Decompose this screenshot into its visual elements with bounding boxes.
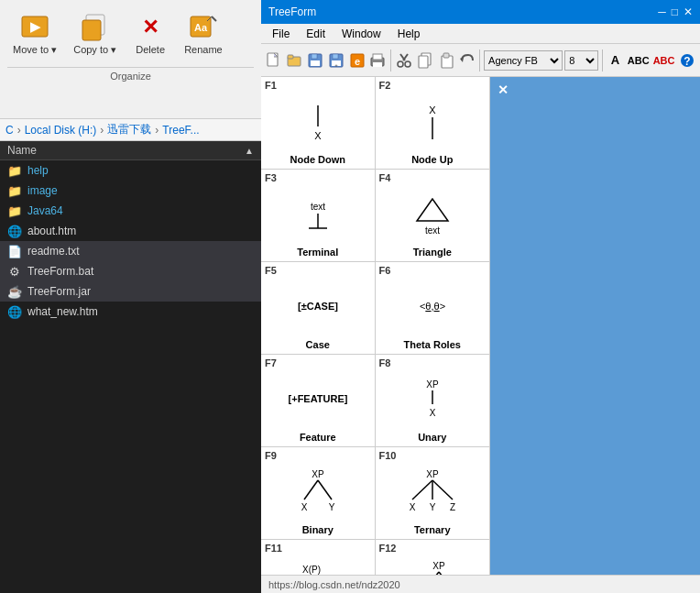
svg-rect-22 (373, 62, 382, 67)
help-button[interactable]: ? (678, 48, 697, 73)
file-item-java64[interactable]: 📁 Java64 (0, 201, 261, 221)
spell-check-button[interactable]: ABC (652, 48, 676, 73)
file-list: 📁 help 📁 image 📁 Java64 🌐 about.htm 📄 re… (0, 160, 261, 593)
sort-icon[interactable]: ▲ (245, 146, 254, 156)
file-item-image[interactable]: 📁 image (0, 181, 261, 201)
right-panel: TreeForm ─ □ ✕ File Edit Window Help + e (261, 0, 700, 593)
file-name: about.htm (27, 225, 76, 237)
svg-text:X(P): X(P) (302, 565, 321, 575)
case-diagram: [±CASE] (286, 279, 350, 339)
divider2 (479, 49, 480, 71)
node-f7[interactable]: F7 [+FEATURE] Feature (261, 355, 376, 446)
file-item-readme[interactable]: 📄 readme.txt (0, 241, 261, 261)
new-button[interactable] (265, 48, 284, 73)
node-f5[interactable]: F5 [±CASE] Case (261, 262, 376, 354)
cut-button[interactable] (395, 48, 414, 73)
font-color-button[interactable]: A (606, 48, 625, 73)
rename-icon: Aa (187, 11, 220, 44)
copy-button[interactable] (416, 48, 435, 73)
file-name: help (27, 164, 49, 177)
node-f4[interactable]: F4 text Triangle (376, 170, 490, 261)
breadcrumb-treeform[interactable]: TreeF... (162, 124, 199, 137)
svg-text:e: e (354, 56, 359, 67)
close-button[interactable]: ✕ (684, 5, 693, 18)
svg-text:▶: ▶ (30, 19, 41, 34)
file-item-treeform-bat[interactable]: ⚙ TreeForm.bat (0, 261, 261, 281)
move-to-button[interactable]: ▶ Move to ▾ (7, 7, 62, 60)
grid-row-3: F5 [±CASE] Case F6 <θ,θ> The (261, 262, 489, 355)
menubar: File Edit Window Help (261, 24, 700, 44)
svg-text:XP: XP (432, 561, 445, 571)
svg-line-55 (412, 480, 432, 500)
paste-button[interactable] (436, 48, 455, 73)
menu-help[interactable]: Help (390, 26, 428, 42)
divider3 (602, 49, 603, 71)
svg-line-50 (304, 480, 318, 500)
menu-file[interactable]: File (265, 26, 297, 42)
grid-row-1: F1 X Node Down F2 X (261, 77, 489, 170)
move-to-label: Move to ▾ (13, 44, 57, 56)
node-f8[interactable]: F8 XP X Unary (376, 355, 490, 446)
copy-to-button[interactable]: Copy to ▾ (68, 7, 122, 60)
node-f1[interactable]: F1 X Node Down (261, 77, 376, 169)
svg-text:X: X (301, 502, 307, 512)
text-highlight-button[interactable]: ABC (627, 48, 651, 73)
maximize-button[interactable]: □ (672, 5, 678, 18)
minimize-button[interactable]: ─ (658, 5, 666, 18)
node-f10[interactable]: F10 XP X Y Z Ternary (376, 447, 490, 539)
undo-button[interactable] (457, 48, 476, 73)
rename-label: Rename (184, 44, 223, 56)
svg-rect-12 (312, 54, 317, 59)
name-column-header: Name (7, 144, 37, 157)
tf-content: F1 X Node Down F2 X (261, 77, 700, 575)
rename-button[interactable]: Aa Rename (179, 7, 228, 60)
file-item-what-new[interactable]: 🌐 what_new.htm (0, 302, 261, 322)
node-up-diagram: X (410, 93, 455, 154)
menu-window[interactable]: Window (334, 26, 388, 42)
statusbar-text: https://blog.csdn.net/ndz2020 (268, 579, 400, 590)
folder-icon: 📁 (7, 163, 22, 178)
svg-rect-10 (288, 55, 293, 59)
close-panel-button[interactable]: ✕ (498, 82, 509, 97)
svg-rect-13 (311, 60, 320, 66)
export-button[interactable]: e (347, 48, 366, 73)
svg-text:X: X (314, 130, 322, 141)
node-f9[interactable]: F9 XP X Y Binary (261, 447, 376, 539)
node-f2[interactable]: F2 X Node Up (376, 77, 490, 169)
breadcrumb-local-disk[interactable]: Local Disk (H:) (25, 124, 97, 137)
breadcrumb-c[interactable]: C (5, 124, 14, 137)
move-to-icon: ▶ (18, 11, 51, 44)
svg-text:X: X (429, 104, 436, 115)
svg-line-64 (439, 572, 450, 575)
file-item-treeform-jar[interactable]: ☕ TreeForm.jar (0, 281, 261, 302)
organize-label: Organize (7, 67, 254, 82)
theta-diagram: <θ,θ> (400, 279, 465, 339)
save-as-button[interactable]: + (327, 48, 346, 73)
node-f11[interactable]: F11 X(P) (261, 540, 376, 575)
font-size-select[interactable]: 8 (564, 50, 597, 71)
binary-diagram: XP X Y (286, 464, 350, 524)
file-name: what_new.htm (27, 305, 98, 318)
open-button[interactable] (286, 48, 305, 73)
print-button[interactable] (368, 48, 388, 73)
breadcrumb-xunlei[interactable]: 迅雷下载 (107, 122, 151, 137)
feature-diagram: [+FEATURE] (281, 371, 355, 432)
delete-button[interactable]: ✕ Delete (127, 7, 173, 60)
svg-text:Y: Y (429, 502, 435, 512)
file-item-about[interactable]: 🌐 about.htm (0, 221, 261, 241)
toolbar-buttons-row: ▶ Move to ▾ Copy to ▾ ✕ Delete (7, 4, 254, 60)
menu-edit[interactable]: Edit (299, 26, 333, 42)
divider (390, 49, 391, 71)
node-f12[interactable]: F12 XP (376, 540, 490, 575)
node-down-diagram: X (295, 93, 341, 154)
font-family-select[interactable]: Agency FB (484, 50, 563, 71)
node-f3[interactable]: F3 text Terminal (261, 170, 376, 261)
svg-line-57 (432, 480, 453, 500)
breadcrumb: C › Local Disk (H:) › 迅雷下载 › TreeF... (0, 119, 261, 141)
svg-text:[±CASE]: [±CASE] (298, 301, 338, 312)
file-item-help[interactable]: 📁 help (0, 160, 261, 181)
save-button[interactable] (306, 48, 325, 73)
svg-point-26 (405, 61, 410, 67)
node-f6[interactable]: F6 <θ,θ> Theta Roles (376, 262, 490, 354)
copy-to-label: Copy to ▾ (73, 44, 116, 56)
